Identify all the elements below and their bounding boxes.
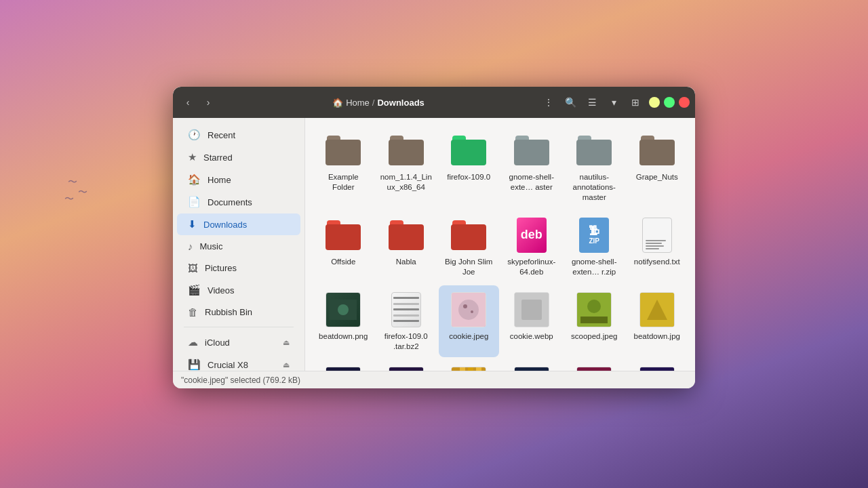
svg-rect-15 [389, 367, 424, 371]
folder-icon-nautilus [575, 131, 613, 169]
list-item[interactable]: Grape_Nuts [627, 126, 688, 208]
list-item[interactable]: 🗜ZIP gnome-shell-exten… r.zip [564, 211, 625, 283]
svg-rect-10 [580, 317, 608, 323]
sidebar-item-rubbish[interactable]: 🗑 Rubbish Bin [177, 302, 300, 323]
titlebar: ‹ › 🏠 Home / Downloads ⋮ 🔍 ☰ ▾ ⊞ [173, 87, 695, 118]
list-item[interactable]: Big John Slim Joe [439, 211, 499, 283]
image-lucas [575, 365, 613, 371]
file-label: notifysend.txt [634, 257, 680, 267]
file-label: gnome-shell-exten… r.zip [567, 257, 622, 277]
sidebar-item-pictures[interactable]: 🖼 Pictures [177, 258, 300, 279]
status-text: "cookie.jpeg" selected (769.2 kB) [181, 375, 300, 385]
sidebar-item-crucial[interactable]: 💾 Crucial X8 ⏏ [177, 354, 300, 371]
sidebar-item-videos-label: Videos [208, 285, 235, 296]
list-item[interactable]: beatdown.png [313, 285, 374, 357]
breadcrumb-home-label[interactable]: Home [346, 98, 370, 108]
view-grid-button[interactable]: ⊞ [626, 93, 645, 112]
list-item[interactable]: Example Folder [313, 126, 374, 208]
list-item[interactable]: beatdown.jpg [627, 285, 688, 357]
image-billy [387, 365, 425, 371]
svg-rect-18 [460, 367, 465, 371]
breadcrumb-bar: 🏠 Home / Downloads [218, 98, 539, 108]
list-item[interactable]: billy-huynh-W8KTS-mhF… h.jpg [376, 360, 437, 371]
starred-icon: ★ [188, 151, 197, 163]
videos-icon: 🎬 [188, 284, 201, 296]
file-label: cookie.jpeg [449, 331, 488, 342]
sidebar-item-icloud-label: iCloud [205, 338, 230, 348]
back-button[interactable]: ‹ [178, 93, 197, 112]
pictures-icon: 🖼 [188, 262, 198, 274]
list-item[interactable]: firefox-109.0 [439, 126, 499, 208]
txt-icon-notifysend [638, 216, 676, 254]
list-item[interactable]: notifysend.txt [627, 211, 688, 283]
sidebar-item-home[interactable]: 🏠 Home [177, 169, 300, 190]
svg-rect-7 [521, 300, 542, 320]
list-item[interactable]: Nabla [376, 211, 437, 283]
sidebar-item-documents[interactable]: 📄 Documents [177, 191, 300, 213]
sidebar-item-music[interactable]: ♪ Music [177, 236, 300, 257]
downloads-icon: ⬇ [188, 218, 197, 230]
file-label: nom_1.1.4_Linux_x86_64 [379, 172, 434, 192]
sidebar-item-downloads-label: Downloads [203, 220, 247, 230]
deb-icon-skype: deb [513, 216, 551, 254]
forward-button[interactable]: › [199, 93, 218, 112]
sidebar-item-rubbish-label: Rubbish Bin [205, 307, 252, 317]
list-item[interactable]: nautilus-annotations-master [564, 126, 625, 208]
list-item[interactable]: firefox-109.0 .tar.bz2 [376, 285, 437, 357]
breadcrumb-home[interactable]: 🏠 Home [332, 98, 370, 108]
maximize-button[interactable] [664, 97, 675, 108]
list-item[interactable]: ash-edmonds-0a… [627, 360, 688, 371]
minimize-button[interactable] [649, 97, 660, 108]
list-item[interactable]: cookie.jpeg [439, 285, 499, 357]
sidebar-item-videos[interactable]: 🎬 Videos [177, 279, 300, 301]
image-beatdown-jpg [638, 291, 676, 329]
list-item[interactable]: cookie.webp [502, 285, 562, 357]
svg-point-5 [471, 310, 473, 313]
image-hamed [450, 365, 488, 371]
sidebar-item-pictures-label: Pictures [205, 263, 237, 273]
sidebar-item-starred-label: Starred [203, 152, 233, 163]
svg-point-4 [463, 304, 467, 308]
list-item[interactable]: Offside [313, 211, 374, 283]
image-ash [638, 365, 676, 371]
file-area: Example Folder nom_1.1.4_Linux_x86_64 fi… [305, 118, 695, 371]
list-item[interactable]: nom_1.1.4_Linux_x86_64 [376, 126, 437, 208]
view-list-button[interactable]: ☰ [583, 93, 601, 112]
folder-icon-nom [387, 131, 425, 169]
file-label: beatdown.jpg [634, 331, 680, 342]
menu-button[interactable]: ⋮ [539, 93, 558, 112]
list-item[interactable]: pawel-czerwinski-tMb… h.jpg [313, 360, 374, 371]
main-content: 🕐 Recent ★ Starred 🏠 Home 📄 Documents ⬇ [173, 118, 695, 371]
icloud-eject-icon[interactable]: ⏏ [283, 338, 290, 347]
sidebar-item-home-label: Home [208, 175, 231, 185]
search-button[interactable]: 🔍 [561, 93, 580, 112]
sidebar-bookmarks: 🕐 Recent ★ Starred 🏠 Home 📄 Documents ⬇ [173, 124, 304, 323]
folder-icon-gnome-ext [513, 131, 551, 169]
view-options-button[interactable]: ▾ [604, 93, 623, 112]
folder-icon-offside [324, 216, 362, 254]
file-label: Big John Slim Joe [441, 257, 496, 277]
list-item[interactable]: gnome-shell-exte… aster [502, 126, 562, 208]
list-item[interactable]: lucas-kapla-wOLAGv4_O… [564, 360, 625, 371]
recent-icon: 🕐 [188, 129, 201, 141]
list-item[interactable]: undefined - Imgur.png [502, 360, 562, 371]
list-item[interactable]: scooped.jpeg [564, 285, 625, 357]
statusbar: "cookie.jpeg" selected (769.2 kB) [173, 371, 695, 388]
file-label: nautilus-annotations-master [567, 172, 622, 203]
rubbish-icon: 🗑 [188, 306, 198, 318]
sidebar-item-recent-label: Recent [208, 130, 235, 140]
sidebar-item-music-label: Music [200, 241, 223, 251]
crucial-eject-icon[interactable]: ⏏ [283, 361, 290, 369]
sidebar-item-starred[interactable]: ★ Starred [177, 146, 300, 168]
list-item[interactable]: hamed-daram–5fbmfai… h.jpg [439, 360, 499, 371]
sidebar-item-downloads[interactable]: ⬇ Downloads [177, 214, 300, 235]
file-label: Grape_Nuts [636, 172, 678, 182]
sidebar-item-recent[interactable]: 🕐 Recent [177, 124, 300, 146]
file-label: cookie.webp [510, 331, 553, 342]
sidebar-devices: ☁ iCloud ⏏ 💾 Crucial X8 ⏏ [173, 331, 304, 371]
nav-buttons: ‹ › [178, 93, 218, 112]
sidebar-item-icloud[interactable]: ☁ iCloud ⏏ [177, 331, 300, 353]
close-button[interactable] [679, 97, 690, 108]
list-item[interactable]: deb skypeforlinux-64.deb [502, 211, 562, 283]
crucial-icon: 💾 [188, 359, 201, 371]
